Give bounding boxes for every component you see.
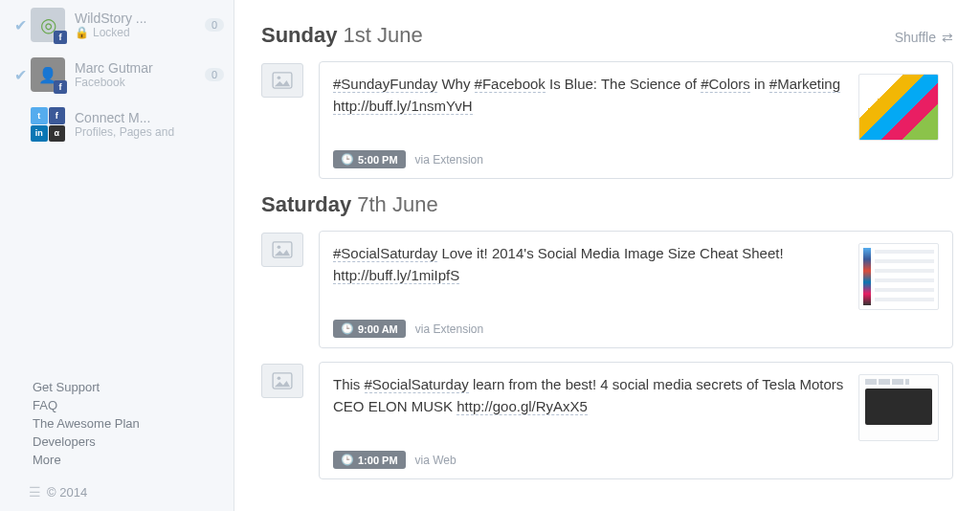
clock-icon: 🕒 bbox=[341, 153, 354, 166]
connect-title: Connect M... bbox=[75, 110, 224, 125]
footer-link-support[interactable]: Get Support bbox=[33, 378, 234, 396]
avatar: 👤 f bbox=[31, 57, 65, 92]
buffer-logo-icon: ☰ bbox=[29, 484, 41, 500]
post-text: #SocialSaturday Love it! 2014's Social M… bbox=[333, 243, 845, 286]
post-body: #SundayFunday Why #Facebook Is Blue: The… bbox=[333, 74, 939, 141]
connect-networks-icon: t f in α bbox=[31, 107, 65, 142]
sidebar: ✔ ◎ f WildStory ... 🔒 Locked 0 ✔ 👤 f Mar bbox=[0, 0, 234, 511]
post-row: This #SocialSaturday learn from the best… bbox=[261, 362, 953, 479]
post-meta: 🕒1:00 PMvia Web bbox=[333, 441, 939, 469]
post-card[interactable]: #SundayFunday Why #Facebook Is Blue: The… bbox=[319, 61, 953, 179]
queue-main: Sunday 1st JuneShuffle⇄#SundayFunday Why… bbox=[234, 0, 980, 511]
day-header: Sunday 1st JuneShuffle⇄ bbox=[261, 23, 953, 48]
post-card[interactable]: #SocialSaturday Love it! 2014's Social M… bbox=[319, 231, 953, 348]
drag-handle[interactable] bbox=[261, 364, 303, 398]
connect-info: Connect M... Profiles, Pages and bbox=[75, 110, 224, 139]
svg-point-1 bbox=[278, 77, 281, 80]
post-hashtag: #SundayFunday bbox=[333, 76, 437, 93]
post-hashtag: #Marketing bbox=[769, 76, 840, 93]
account-row[interactable]: ✔ 👤 f Marc Gutmar Facebook 0 bbox=[0, 50, 234, 100]
post-hashtag: #SocialSaturday bbox=[365, 376, 469, 393]
post-text: This #SocialSaturday learn from the best… bbox=[333, 374, 845, 417]
svg-point-3 bbox=[278, 246, 281, 250]
footer-link-developers[interactable]: Developers bbox=[33, 433, 234, 451]
image-icon bbox=[272, 241, 293, 258]
image-icon bbox=[272, 72, 293, 89]
facebook-icon: f bbox=[49, 107, 66, 124]
scheduled-time: 9:00 AM bbox=[358, 323, 398, 335]
post-hashtag: #SocialSaturday bbox=[333, 245, 437, 262]
post-meta: 🕒5:00 PMvia Extension bbox=[333, 141, 939, 168]
post-hashtag: #Facebook bbox=[475, 76, 546, 93]
post-link[interactable]: http://goo.gl/RyAxX5 bbox=[457, 398, 588, 415]
post-row: #SocialSaturday Love it! 2014's Social M… bbox=[261, 231, 953, 348]
footer-links: Get Support FAQ The Awesome Plan Develop… bbox=[0, 378, 234, 478]
shuffle-label: Shuffle bbox=[895, 30, 936, 45]
post-text-segment: Why bbox=[437, 76, 474, 92]
post-card[interactable]: This #SocialSaturday learn from the best… bbox=[319, 362, 953, 479]
day-header: Saturday 7th June bbox=[261, 192, 953, 217]
scheduled-time: 1:00 PM bbox=[358, 455, 398, 466]
footer-copyright: ☰ © 2014 bbox=[0, 478, 234, 511]
day-date: 1st June bbox=[337, 23, 422, 47]
clock-icon: 🕒 bbox=[341, 454, 354, 466]
account-name: WildStory ... bbox=[75, 11, 199, 26]
account-row[interactable]: ✔ ◎ f WildStory ... 🔒 Locked 0 bbox=[0, 0, 234, 50]
scheduled-time-chip[interactable]: 🕒5:00 PM bbox=[333, 150, 406, 168]
day-title: Sunday 1st June bbox=[261, 23, 423, 48]
day-name: Sunday bbox=[261, 23, 337, 47]
post-source: via Web bbox=[415, 454, 457, 467]
scheduled-time-chip[interactable]: 🕒9:00 AM bbox=[333, 320, 406, 338]
facebook-badge-icon: f bbox=[54, 31, 67, 44]
account-info: Marc Gutmar Facebook bbox=[75, 60, 199, 89]
footer-link-faq[interactable]: FAQ bbox=[33, 396, 234, 414]
check-icon: ✔ bbox=[10, 16, 31, 34]
lock-icon: 🔒 bbox=[75, 26, 89, 39]
footer-link-plan[interactable]: The Awesome Plan bbox=[33, 414, 234, 433]
check-icon: ✔ bbox=[10, 66, 31, 84]
day-date: 7th June bbox=[351, 192, 438, 216]
shuffle-button[interactable]: Shuffle⇄ bbox=[895, 30, 953, 45]
drag-handle[interactable] bbox=[261, 233, 303, 267]
post-preview-image[interactable] bbox=[858, 374, 939, 441]
linkedin-icon: in bbox=[31, 125, 48, 143]
clock-icon: 🕒 bbox=[341, 322, 354, 335]
post-source: via Extension bbox=[415, 322, 483, 336]
twitter-icon: t bbox=[31, 107, 48, 124]
avatar: ◎ f bbox=[31, 8, 65, 42]
facebook-badge-icon: f bbox=[54, 80, 67, 94]
drag-handle[interactable] bbox=[261, 63, 303, 98]
account-subtitle: 🔒 Locked bbox=[75, 26, 199, 39]
shuffle-icon: ⇄ bbox=[942, 30, 953, 45]
post-hashtag: #Colors bbox=[701, 76, 750, 93]
post-body: This #SocialSaturday learn from the best… bbox=[333, 374, 939, 441]
connect-subtitle: Profiles, Pages and bbox=[75, 125, 224, 139]
post-body: #SocialSaturday Love it! 2014's Social M… bbox=[333, 243, 939, 310]
queue-count-badge: 0 bbox=[205, 68, 224, 81]
account-info: WildStory ... 🔒 Locked bbox=[75, 11, 199, 39]
connect-more-row[interactable]: t f in α Connect M... Profiles, Pages an… bbox=[0, 100, 234, 149]
scheduled-time-chip[interactable]: 🕒1:00 PM bbox=[333, 451, 406, 469]
post-link[interactable]: http://buff.ly/1miIpfS bbox=[333, 267, 459, 284]
accounts-list: ✔ ◎ f WildStory ... 🔒 Locked 0 ✔ 👤 f Mar bbox=[0, 0, 234, 149]
image-icon bbox=[272, 372, 293, 389]
post-link[interactable]: http://buff.ly/1nsmYvH bbox=[333, 98, 473, 115]
queue-count-badge: 0 bbox=[205, 18, 224, 32]
day-name: Saturday bbox=[261, 192, 351, 216]
post-meta: 🕒9:00 AMvia Extension bbox=[333, 310, 939, 338]
post-preview-image[interactable] bbox=[858, 243, 939, 310]
post-text-segment: in bbox=[750, 76, 769, 92]
footer-link-more[interactable]: More bbox=[33, 451, 234, 469]
post-preview-image[interactable] bbox=[858, 74, 939, 141]
post-text-segment: Love it! 2014's Social Media Image Size … bbox=[437, 245, 783, 261]
post-source: via Extension bbox=[415, 153, 483, 167]
appnet-icon: α bbox=[49, 125, 66, 143]
account-subtitle: Facebook bbox=[75, 76, 199, 89]
post-text-segment: This bbox=[333, 376, 365, 392]
scheduled-time: 5:00 PM bbox=[358, 154, 398, 166]
post-text: #SundayFunday Why #Facebook Is Blue: The… bbox=[333, 74, 845, 117]
account-name: Marc Gutmar bbox=[75, 60, 199, 76]
day-title: Saturday 7th June bbox=[261, 192, 438, 217]
post-row: #SundayFunday Why #Facebook Is Blue: The… bbox=[261, 61, 953, 179]
svg-point-5 bbox=[278, 377, 281, 381]
